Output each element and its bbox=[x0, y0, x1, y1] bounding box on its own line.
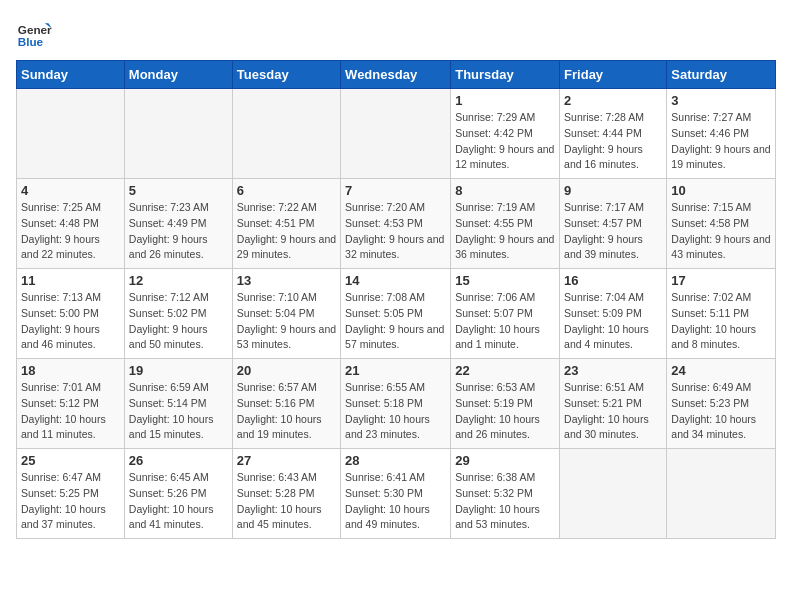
logo-icon: General Blue bbox=[16, 16, 52, 52]
day-number: 24 bbox=[671, 363, 771, 378]
day-number: 6 bbox=[237, 183, 336, 198]
day-info: Sunrise: 7:19 AMSunset: 4:55 PMDaylight:… bbox=[455, 200, 555, 263]
calendar-day-header: Monday bbox=[124, 61, 232, 89]
calendar-cell: 1Sunrise: 7:29 AMSunset: 4:42 PMDaylight… bbox=[451, 89, 560, 179]
day-info: Sunrise: 6:41 AMSunset: 5:30 PMDaylight:… bbox=[345, 470, 446, 533]
calendar-cell: 5Sunrise: 7:23 AMSunset: 4:49 PMDaylight… bbox=[124, 179, 232, 269]
day-info: Sunrise: 7:12 AMSunset: 5:02 PMDaylight:… bbox=[129, 290, 228, 353]
day-number: 2 bbox=[564, 93, 662, 108]
day-info: Sunrise: 7:15 AMSunset: 4:58 PMDaylight:… bbox=[671, 200, 771, 263]
calendar-cell: 19Sunrise: 6:59 AMSunset: 5:14 PMDayligh… bbox=[124, 359, 232, 449]
calendar-cell: 8Sunrise: 7:19 AMSunset: 4:55 PMDaylight… bbox=[451, 179, 560, 269]
day-number: 17 bbox=[671, 273, 771, 288]
day-info: Sunrise: 7:25 AMSunset: 4:48 PMDaylight:… bbox=[21, 200, 120, 263]
calendar-cell: 9Sunrise: 7:17 AMSunset: 4:57 PMDaylight… bbox=[560, 179, 667, 269]
day-number: 18 bbox=[21, 363, 120, 378]
calendar-header-row: SundayMondayTuesdayWednesdayThursdayFrid… bbox=[17, 61, 776, 89]
calendar-week-row: 18Sunrise: 7:01 AMSunset: 5:12 PMDayligh… bbox=[17, 359, 776, 449]
calendar-cell: 16Sunrise: 7:04 AMSunset: 5:09 PMDayligh… bbox=[560, 269, 667, 359]
calendar-cell: 15Sunrise: 7:06 AMSunset: 5:07 PMDayligh… bbox=[451, 269, 560, 359]
calendar-cell: 10Sunrise: 7:15 AMSunset: 4:58 PMDayligh… bbox=[667, 179, 776, 269]
day-number: 22 bbox=[455, 363, 555, 378]
calendar-cell: 18Sunrise: 7:01 AMSunset: 5:12 PMDayligh… bbox=[17, 359, 125, 449]
day-info: Sunrise: 7:17 AMSunset: 4:57 PMDaylight:… bbox=[564, 200, 662, 263]
svg-text:Blue: Blue bbox=[18, 35, 44, 48]
day-info: Sunrise: 7:04 AMSunset: 5:09 PMDaylight:… bbox=[564, 290, 662, 353]
day-info: Sunrise: 7:20 AMSunset: 4:53 PMDaylight:… bbox=[345, 200, 446, 263]
day-info: Sunrise: 7:08 AMSunset: 5:05 PMDaylight:… bbox=[345, 290, 446, 353]
calendar-day-header: Wednesday bbox=[341, 61, 451, 89]
day-number: 9 bbox=[564, 183, 662, 198]
calendar-cell: 13Sunrise: 7:10 AMSunset: 5:04 PMDayligh… bbox=[232, 269, 340, 359]
day-number: 26 bbox=[129, 453, 228, 468]
day-number: 19 bbox=[129, 363, 228, 378]
logo: General Blue bbox=[16, 16, 56, 52]
calendar-cell: 3Sunrise: 7:27 AMSunset: 4:46 PMDaylight… bbox=[667, 89, 776, 179]
day-info: Sunrise: 7:01 AMSunset: 5:12 PMDaylight:… bbox=[21, 380, 120, 443]
day-number: 25 bbox=[21, 453, 120, 468]
calendar-day-header: Friday bbox=[560, 61, 667, 89]
calendar-cell: 11Sunrise: 7:13 AMSunset: 5:00 PMDayligh… bbox=[17, 269, 125, 359]
day-number: 13 bbox=[237, 273, 336, 288]
calendar-week-row: 25Sunrise: 6:47 AMSunset: 5:25 PMDayligh… bbox=[17, 449, 776, 539]
day-number: 10 bbox=[671, 183, 771, 198]
day-info: Sunrise: 6:49 AMSunset: 5:23 PMDaylight:… bbox=[671, 380, 771, 443]
calendar-cell: 7Sunrise: 7:20 AMSunset: 4:53 PMDaylight… bbox=[341, 179, 451, 269]
day-info: Sunrise: 6:53 AMSunset: 5:19 PMDaylight:… bbox=[455, 380, 555, 443]
day-number: 4 bbox=[21, 183, 120, 198]
day-number: 5 bbox=[129, 183, 228, 198]
calendar-cell bbox=[341, 89, 451, 179]
calendar-week-row: 11Sunrise: 7:13 AMSunset: 5:00 PMDayligh… bbox=[17, 269, 776, 359]
calendar-day-header: Tuesday bbox=[232, 61, 340, 89]
day-number: 14 bbox=[345, 273, 446, 288]
day-info: Sunrise: 7:06 AMSunset: 5:07 PMDaylight:… bbox=[455, 290, 555, 353]
calendar-cell: 28Sunrise: 6:41 AMSunset: 5:30 PMDayligh… bbox=[341, 449, 451, 539]
day-number: 3 bbox=[671, 93, 771, 108]
calendar-cell bbox=[560, 449, 667, 539]
day-info: Sunrise: 6:45 AMSunset: 5:26 PMDaylight:… bbox=[129, 470, 228, 533]
day-info: Sunrise: 6:43 AMSunset: 5:28 PMDaylight:… bbox=[237, 470, 336, 533]
calendar-cell: 12Sunrise: 7:12 AMSunset: 5:02 PMDayligh… bbox=[124, 269, 232, 359]
day-info: Sunrise: 7:29 AMSunset: 4:42 PMDaylight:… bbox=[455, 110, 555, 173]
calendar-cell: 22Sunrise: 6:53 AMSunset: 5:19 PMDayligh… bbox=[451, 359, 560, 449]
day-info: Sunrise: 7:23 AMSunset: 4:49 PMDaylight:… bbox=[129, 200, 228, 263]
calendar-cell: 14Sunrise: 7:08 AMSunset: 5:05 PMDayligh… bbox=[341, 269, 451, 359]
day-info: Sunrise: 7:27 AMSunset: 4:46 PMDaylight:… bbox=[671, 110, 771, 173]
calendar-cell bbox=[667, 449, 776, 539]
day-info: Sunrise: 6:38 AMSunset: 5:32 PMDaylight:… bbox=[455, 470, 555, 533]
day-number: 7 bbox=[345, 183, 446, 198]
calendar-cell: 27Sunrise: 6:43 AMSunset: 5:28 PMDayligh… bbox=[232, 449, 340, 539]
calendar-cell: 23Sunrise: 6:51 AMSunset: 5:21 PMDayligh… bbox=[560, 359, 667, 449]
day-number: 16 bbox=[564, 273, 662, 288]
calendar-cell: 29Sunrise: 6:38 AMSunset: 5:32 PMDayligh… bbox=[451, 449, 560, 539]
day-number: 11 bbox=[21, 273, 120, 288]
calendar-cell: 4Sunrise: 7:25 AMSunset: 4:48 PMDaylight… bbox=[17, 179, 125, 269]
day-info: Sunrise: 6:57 AMSunset: 5:16 PMDaylight:… bbox=[237, 380, 336, 443]
calendar-cell: 26Sunrise: 6:45 AMSunset: 5:26 PMDayligh… bbox=[124, 449, 232, 539]
calendar-cell bbox=[17, 89, 125, 179]
day-info: Sunrise: 6:55 AMSunset: 5:18 PMDaylight:… bbox=[345, 380, 446, 443]
day-number: 15 bbox=[455, 273, 555, 288]
page-header: General Blue bbox=[16, 16, 776, 52]
calendar-cell: 24Sunrise: 6:49 AMSunset: 5:23 PMDayligh… bbox=[667, 359, 776, 449]
calendar-cell: 17Sunrise: 7:02 AMSunset: 5:11 PMDayligh… bbox=[667, 269, 776, 359]
day-number: 21 bbox=[345, 363, 446, 378]
day-number: 23 bbox=[564, 363, 662, 378]
calendar-cell: 21Sunrise: 6:55 AMSunset: 5:18 PMDayligh… bbox=[341, 359, 451, 449]
day-info: Sunrise: 7:28 AMSunset: 4:44 PMDaylight:… bbox=[564, 110, 662, 173]
calendar-cell: 20Sunrise: 6:57 AMSunset: 5:16 PMDayligh… bbox=[232, 359, 340, 449]
day-number: 28 bbox=[345, 453, 446, 468]
day-number: 12 bbox=[129, 273, 228, 288]
day-number: 29 bbox=[455, 453, 555, 468]
calendar-cell: 6Sunrise: 7:22 AMSunset: 4:51 PMDaylight… bbox=[232, 179, 340, 269]
day-number: 8 bbox=[455, 183, 555, 198]
calendar-cell bbox=[232, 89, 340, 179]
calendar-week-row: 1Sunrise: 7:29 AMSunset: 4:42 PMDaylight… bbox=[17, 89, 776, 179]
day-info: Sunrise: 7:22 AMSunset: 4:51 PMDaylight:… bbox=[237, 200, 336, 263]
day-info: Sunrise: 7:10 AMSunset: 5:04 PMDaylight:… bbox=[237, 290, 336, 353]
day-info: Sunrise: 6:47 AMSunset: 5:25 PMDaylight:… bbox=[21, 470, 120, 533]
calendar-day-header: Thursday bbox=[451, 61, 560, 89]
calendar-day-header: Saturday bbox=[667, 61, 776, 89]
calendar-cell: 2Sunrise: 7:28 AMSunset: 4:44 PMDaylight… bbox=[560, 89, 667, 179]
day-info: Sunrise: 7:13 AMSunset: 5:00 PMDaylight:… bbox=[21, 290, 120, 353]
